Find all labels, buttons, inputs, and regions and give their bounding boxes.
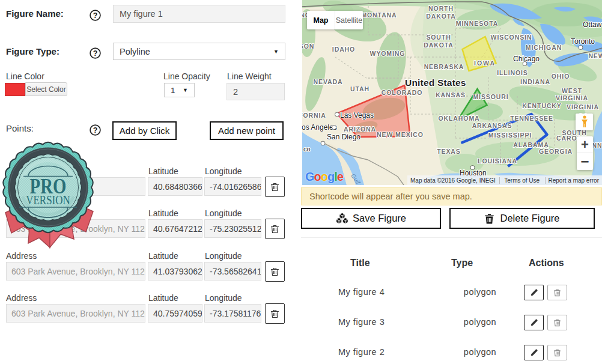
svg-text:TEXAS: TEXAS bbox=[437, 148, 461, 155]
svg-text:MICHIGAN: MICHIGAN bbox=[526, 44, 562, 51]
svg-text:MINNESOTA: MINNESOTA bbox=[456, 20, 498, 27]
svg-text:GEORGIA: GEORGIA bbox=[539, 148, 573, 155]
svg-text:KENTUCKY: KENTUCKY bbox=[522, 102, 562, 109]
svg-text:WEST: WEST bbox=[562, 87, 582, 94]
svg-text:os Angeles: os Angeles bbox=[302, 123, 337, 132]
svg-text:ARIZONA: ARIZONA bbox=[344, 126, 376, 133]
svg-text:NEW: NEW bbox=[588, 52, 602, 59]
svg-text:MISSOURI: MISSOURI bbox=[473, 93, 508, 100]
svg-text:MISSISSIPPI: MISSISSIPPI bbox=[488, 132, 532, 139]
svg-text:IDAHO: IDAHO bbox=[332, 46, 355, 53]
svg-text:NEBRASKA: NEBRASKA bbox=[424, 63, 464, 70]
svg-text:LOUISIANA: LOUISIANA bbox=[478, 157, 517, 165]
svg-text:GON: GON bbox=[302, 43, 314, 50]
svg-text:WYOMING: WYOMING bbox=[370, 50, 406, 57]
svg-text:KANSAS: KANSAS bbox=[436, 91, 466, 99]
svg-text:OKLAHOMA: OKLAHOMA bbox=[438, 115, 479, 122]
svg-text:IOWA: IOWA bbox=[474, 59, 496, 67]
svg-text:NORTH: NORTH bbox=[428, 5, 454, 12]
svg-text:Toronto: Toronto bbox=[571, 37, 595, 46]
svg-text:MONTANA: MONTANA bbox=[361, 11, 397, 19]
svg-text:Las Vegas: Las Vegas bbox=[340, 111, 374, 120]
svg-text:NEW MEXICO: NEW MEXICO bbox=[377, 131, 424, 138]
svg-text:UTAH: UTAH bbox=[350, 85, 369, 93]
svg-text:?: ? bbox=[93, 11, 98, 20]
svg-text:?: ? bbox=[93, 49, 98, 58]
svg-text:Ottaw: Ottaw bbox=[583, 20, 602, 29]
svg-text:FORNIA: FORNIA bbox=[302, 112, 326, 119]
svg-text:VERSION: VERSION bbox=[26, 193, 70, 207]
svg-text:VIRGINIA: VIRGINIA bbox=[556, 94, 588, 102]
svg-text:SOUTH: SOUTH bbox=[426, 34, 451, 41]
svg-text:VIRGINIA: VIRGINIA bbox=[567, 103, 599, 111]
svg-text:INDIANA: INDIANA bbox=[520, 78, 550, 85]
svg-text:NEVADA: NEVADA bbox=[314, 78, 343, 85]
svg-text:DAKOTA: DAKOTA bbox=[426, 13, 456, 20]
svg-text:?: ? bbox=[93, 126, 98, 135]
svg-text:TENNESSEE: TENNESSEE bbox=[510, 115, 553, 122]
svg-text:co: co bbox=[303, 145, 311, 153]
svg-text:San Diego: San Diego bbox=[327, 133, 360, 141]
svg-text:Chicago: Chicago bbox=[513, 55, 540, 63]
svg-text:WISCONSIN: WISCONSIN bbox=[491, 34, 532, 41]
svg-text:ILLINOIS: ILLINOIS bbox=[497, 69, 528, 76]
svg-text:COLORADO: COLORADO bbox=[382, 89, 422, 96]
svg-text:DAKOTA: DAKOTA bbox=[424, 41, 454, 49]
svg-text:ARKANSAS: ARKANSAS bbox=[472, 122, 512, 129]
svg-text:United States: United States bbox=[405, 77, 466, 88]
svg-text:OHIO: OHIO bbox=[552, 73, 570, 80]
